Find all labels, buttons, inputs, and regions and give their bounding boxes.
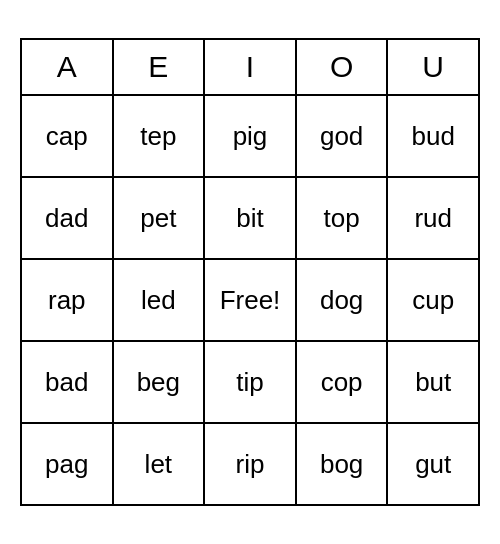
header-cell-e: E bbox=[113, 39, 205, 95]
cell-r3-c2: tip bbox=[204, 341, 296, 423]
table-row: pagletripboggut bbox=[21, 423, 479, 505]
header-cell-u: U bbox=[387, 39, 479, 95]
cell-r3-c1: beg bbox=[113, 341, 205, 423]
header-cell-i: I bbox=[204, 39, 296, 95]
cell-r1-c4: rud bbox=[387, 177, 479, 259]
cell-r2-c1: led bbox=[113, 259, 205, 341]
cell-r1-c0: dad bbox=[21, 177, 113, 259]
cell-r3-c0: bad bbox=[21, 341, 113, 423]
cell-r2-c4: cup bbox=[387, 259, 479, 341]
bingo-body: capteppiggodbuddadpetbittoprudrapledFree… bbox=[21, 95, 479, 505]
cell-r1-c1: pet bbox=[113, 177, 205, 259]
header-cell-a: A bbox=[21, 39, 113, 95]
cell-r4-c2: rip bbox=[204, 423, 296, 505]
cell-r4-c3: bog bbox=[296, 423, 388, 505]
cell-r3-c4: but bbox=[387, 341, 479, 423]
table-row: rapledFree!dogcup bbox=[21, 259, 479, 341]
cell-r3-c3: cop bbox=[296, 341, 388, 423]
cell-r4-c0: pag bbox=[21, 423, 113, 505]
cell-r1-c2: bit bbox=[204, 177, 296, 259]
cell-r1-c3: top bbox=[296, 177, 388, 259]
table-row: capteppiggodbud bbox=[21, 95, 479, 177]
header-cell-o: O bbox=[296, 39, 388, 95]
header-row: AEIOU bbox=[21, 39, 479, 95]
bingo-table: AEIOU capteppiggodbuddadpetbittoprudrapl… bbox=[20, 38, 480, 506]
cell-r4-c1: let bbox=[113, 423, 205, 505]
cell-r2-c3: dog bbox=[296, 259, 388, 341]
cell-r2-c0: rap bbox=[21, 259, 113, 341]
cell-r0-c4: bud bbox=[387, 95, 479, 177]
cell-r0-c0: cap bbox=[21, 95, 113, 177]
cell-r4-c4: gut bbox=[387, 423, 479, 505]
table-row: badbegtipcopbut bbox=[21, 341, 479, 423]
cell-r0-c2: pig bbox=[204, 95, 296, 177]
table-row: dadpetbittoprud bbox=[21, 177, 479, 259]
cell-r0-c1: tep bbox=[113, 95, 205, 177]
cell-r2-c2: Free! bbox=[204, 259, 296, 341]
cell-r0-c3: god bbox=[296, 95, 388, 177]
